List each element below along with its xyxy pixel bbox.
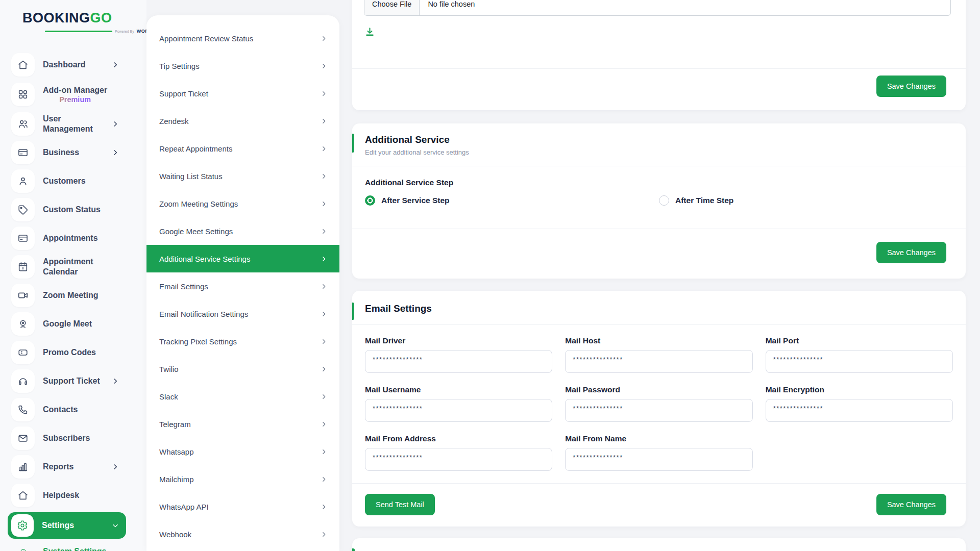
step-radio-group: After Service Step After Time Step — [365, 195, 953, 206]
tag-icon — [11, 198, 35, 221]
sidebar-item-zoom-meeting[interactable]: Zoom Meeting — [8, 284, 126, 307]
sidebar-item-promo-codes[interactable]: Promo Codes — [8, 341, 126, 364]
sidebar-item-texts: Business — [43, 147, 79, 158]
mail-port-input[interactable] — [766, 350, 953, 373]
submenu-item-zapier[interactable]: Zapier — [146, 548, 339, 551]
radio-after-service-step[interactable]: After Service Step — [365, 195, 659, 206]
sidebar-item-label: System Settings — [43, 546, 106, 551]
chevron-right-icon — [321, 63, 327, 69]
sidebar-item-user-management[interactable]: User Management — [8, 112, 126, 136]
submenu-item-label: Support Ticket — [159, 89, 208, 98]
ticket-icon — [11, 341, 35, 364]
additional-service-step-label: Additional Service Step — [365, 178, 953, 187]
submenu-item-additional-service-settings[interactable]: Additional Service Settings — [146, 245, 339, 272]
mail-host-input[interactable] — [565, 350, 752, 373]
submenu-item-tracking-pixel-settings[interactable]: Tracking Pixel Settings — [146, 328, 339, 355]
submenu-item-zoom-meeting-settings[interactable]: Zoom Meeting Settings — [146, 190, 339, 217]
submenu-item-whatsapp[interactable]: Whatsapp — [146, 438, 339, 465]
home-icon — [11, 484, 35, 507]
sidebar-item-contacts[interactable]: Contacts — [8, 398, 126, 421]
submenu-item-label: Google Meet Settings — [159, 227, 233, 236]
mail-password-input[interactable] — [565, 399, 752, 422]
submenu-item-label: Whatsapp — [159, 447, 194, 456]
additional-service-header: Additional Service Edit your additional … — [352, 123, 966, 166]
brand-logo: BOOKINGGO Powered By WORKDO — [0, 0, 146, 34]
submenu-item-waiting-list-status[interactable]: Waiting List Status — [146, 162, 339, 190]
webcam-icon — [11, 312, 35, 336]
mail-encryption-input[interactable] — [766, 399, 953, 422]
sidebar-item-system-settings[interactable]: System Settings — [8, 544, 126, 551]
chevron-right-icon — [321, 228, 327, 235]
submenu-item-twilio[interactable]: Twilio — [146, 355, 339, 383]
chevron-right-icon — [321, 531, 327, 538]
users-icon — [11, 112, 35, 136]
sidebar-item-label: User Management — [43, 114, 112, 134]
sidebar-item-google-meet[interactable]: Google Meet — [8, 312, 126, 336]
mail-from-address-input[interactable] — [365, 448, 552, 471]
submenu-item-label: Zendesk — [159, 117, 189, 126]
file-input[interactable]: Choose File No file chosen — [364, 0, 951, 16]
submenu-item-telegram[interactable]: Telegram — [146, 410, 339, 438]
send-test-mail-button[interactable]: Send Test Mail — [365, 494, 435, 515]
sidebar-item-appointments[interactable]: Appointments — [8, 227, 126, 250]
submenu-item-repeat-appointments[interactable]: Repeat Appointments — [146, 135, 339, 162]
brand-primary: BOOKING — [22, 10, 90, 26]
submenu-item-label: Mailchimp — [159, 475, 194, 484]
sidebar-item-dashboard[interactable]: Dashboard — [8, 53, 126, 77]
sidebar-item-custom-status[interactable]: Custom Status — [8, 198, 126, 221]
submenu-item-label: WhatsApp API — [159, 503, 209, 511]
save-changes-button[interactable]: Save Changes — [876, 76, 946, 97]
email-settings-fields: Mail DriverMail HostMail PortMail Userna… — [352, 325, 966, 484]
chevron-right-icon — [112, 61, 119, 68]
sidebar-item-helpdesk[interactable]: Helpdesk — [8, 484, 126, 507]
radio-unselected-icon[interactable] — [659, 195, 669, 206]
submenu-item-support-ticket[interactable]: Support Ticket — [146, 80, 339, 107]
sidebar-item-customers[interactable]: Customers — [8, 169, 126, 193]
submenu-item-google-meet-settings[interactable]: Google Meet Settings — [146, 217, 339, 245]
submenu-item-webhook[interactable]: Webhook — [146, 520, 339, 548]
sidebar-item-texts: User Management — [43, 114, 112, 134]
submenu-item-appointment-review-status[interactable]: Appointment Review Status — [146, 24, 339, 52]
radio-after-time-step[interactable]: After Time Step — [659, 195, 953, 206]
submenu-item-email-notification-settings[interactable]: Email Notification Settings — [146, 300, 339, 328]
sidebar-item-texts: Promo Codes — [43, 347, 96, 358]
sidebar-item-business[interactable]: Business — [8, 141, 126, 164]
sidebar-item-label: Custom Status — [43, 205, 101, 215]
submenu-item-tip-settings[interactable]: Tip Settings — [146, 52, 339, 80]
submenu-item-mailchimp[interactable]: Mailchimp — [146, 465, 339, 493]
sidebar-item-reports[interactable]: Reports — [8, 455, 126, 479]
save-changes-button[interactable]: Save Changes — [876, 494, 946, 515]
sidebar-item-settings[interactable]: Settings — [8, 512, 126, 539]
submenu-item-label: Telegram — [159, 420, 191, 429]
chevron-right-icon — [321, 338, 327, 345]
mail-username-input[interactable] — [365, 399, 552, 422]
email-settings-card: Email Settings Mail DriverMail HostMail … — [352, 291, 966, 527]
sidebar-item-support-ticket[interactable]: Support Ticket — [8, 369, 126, 393]
sidebar-item-appointment-calendar[interactable]: Appointment Calendar — [8, 255, 126, 279]
sidebar-item-label: Appointments — [43, 233, 98, 243]
download-icon[interactable] — [365, 27, 966, 37]
sidebar-item-subscribers[interactable]: Subscribers — [8, 427, 126, 450]
brand-accent: GO — [90, 10, 112, 26]
sidebar-item-label: Promo Codes — [43, 347, 96, 358]
submenu-item-label: Tracking Pixel Settings — [159, 337, 237, 346]
sidebar-item-texts: Appointment Calendar — [43, 257, 126, 277]
chevron-right-icon — [321, 173, 327, 180]
submenu-item-zendesk[interactable]: Zendesk — [146, 107, 339, 135]
radio-selected-icon[interactable] — [365, 195, 375, 206]
mail-driver-input[interactable] — [365, 350, 552, 373]
submenu-item-whatsapp-api[interactable]: WhatsApp API — [146, 493, 339, 520]
save-changes-button[interactable]: Save Changes — [876, 242, 946, 263]
grid-icon — [11, 83, 35, 106]
submenu-item-slack[interactable]: Slack — [146, 383, 339, 410]
video-icon — [11, 284, 35, 307]
mail-from-name-input[interactable] — [565, 448, 752, 471]
upload-card: Choose File No file chosen Save Changes — [352, 0, 966, 110]
sidebar-item-add-on-manager[interactable]: Add-on ManagerPremium — [8, 82, 126, 107]
sidebar-item-label: Customers — [43, 176, 86, 186]
choose-file-button[interactable]: Choose File — [364, 0, 420, 15]
file-chosen-status: No file chosen — [420, 0, 483, 15]
chevron-right-icon — [321, 283, 327, 290]
submenu-item-email-settings[interactable]: Email Settings — [146, 272, 339, 300]
powered-by-label: Powered By — [115, 30, 134, 33]
